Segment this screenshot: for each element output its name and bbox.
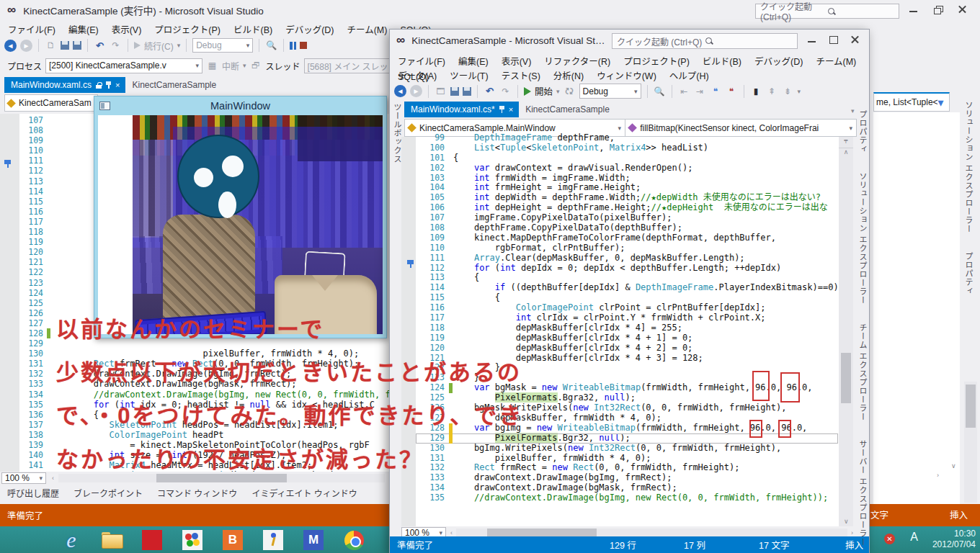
code-line[interactable]: 99 DepthImageFrame depthFrame,: [416, 133, 838, 143]
bookmark-icon[interactable]: ▮: [750, 85, 762, 97]
new-item-icon[interactable]: 🗔: [435, 85, 447, 97]
save-all-icon[interactable]: [463, 87, 471, 96]
code-line[interactable]: 118 depMaskBuffer[clrIdx * 4] = 255;: [416, 323, 838, 333]
code-line[interactable]: 133 drawContext.DrawImage(bgImg, frmRect…: [416, 473, 838, 483]
ime-mode-indicator[interactable]: A: [910, 531, 918, 544]
maps-icon[interactable]: [262, 529, 284, 551]
bg-debug-config-combo[interactable]: Debug▾: [192, 38, 253, 53]
code-line[interactable]: 111 Array.Clear(depMaskBuffer, 0, depMas…: [416, 253, 838, 264]
tab-kinectcamerasample[interactable]: KinectCameraSample: [519, 102, 615, 117]
start-debug-icon[interactable]: [524, 87, 531, 96]
code-line[interactable]: 114 if ((depthBuffer[depIdx] & DepthImag…: [416, 283, 838, 293]
indent-increase-icon[interactable]: ⇥: [694, 85, 706, 97]
picasa-icon[interactable]: [182, 529, 203, 551]
undo-icon[interactable]: ↶: [94, 40, 106, 52]
panel-tab[interactable]: コマンド ウィンドウ: [150, 484, 244, 502]
side-vtab[interactable]: ソリューション エクスプローラー: [857, 172, 868, 305]
code-line[interactable]: 107 imgFrame.CopyPixelDataTo(pixelBuffer…: [416, 213, 838, 223]
code-line[interactable]: 134 drawContext.DrawImage(bgMask, frmRec…: [416, 483, 838, 493]
code-line[interactable]: 138 ColorImagePoint headPt: [19, 430, 389, 440]
process-combo[interactable]: [2500] KinectCameraSample.v▾: [45, 58, 202, 73]
code-line[interactable]: 113 {: [416, 273, 838, 283]
fg-vscrollbar[interactable]: ⫧ ∧ ∨: [839, 137, 853, 526]
notification-error-icon[interactable]: ✕: [884, 534, 895, 544]
navigate-forward-icon[interactable]: ►: [20, 40, 32, 52]
break-icon[interactable]: ▦: [206, 60, 218, 72]
menu-item[interactable]: デバッグ(D): [748, 52, 809, 70]
bg-close-button[interactable]: [958, 6, 967, 13]
code-line[interactable]: 135 //drawContext.DrawImage(bgImg, new R…: [416, 493, 838, 503]
blogger-icon[interactable]: B: [222, 529, 244, 551]
bg-bookmark-pin-icon[interactable]: [4, 160, 12, 168]
undo-icon[interactable]: ↶: [484, 85, 496, 97]
pause-icon[interactable]: [290, 42, 296, 50]
side-vtab[interactable]: プロパティ: [857, 110, 868, 153]
fg-bookmark-pin-icon[interactable]: [407, 260, 415, 268]
code-line[interactable]: 102 var drawContext = drawVisual.RenderO…: [416, 163, 838, 174]
panel-tab[interactable]: ブレークポイント: [66, 484, 150, 502]
tab-kinectcamerasample[interactable]: KinectCameraSample: [125, 77, 222, 93]
code-line[interactable]: 108 depthFrame.CopyPixelDataTo(depthBuff…: [416, 223, 838, 233]
code-line[interactable]: 129 PixelFormats.Bgr32, null);: [416, 433, 838, 444]
next-bookmark-icon[interactable]: ⇟: [782, 85, 794, 97]
windows-red-tile-icon[interactable]: [141, 529, 163, 551]
stop-icon[interactable]: [300, 42, 307, 49]
code-line[interactable]: 101{: [416, 153, 838, 163]
bg-quick-launch-input[interactable]: クイック起動 (Ctrl+Q): [755, 4, 899, 19]
save-icon[interactable]: [450, 87, 459, 96]
side-vtab[interactable]: チーム エクスプローラー: [857, 323, 868, 421]
side-vtab[interactable]: ソリューション エクスプローラー: [963, 101, 974, 233]
comment-icon[interactable]: ❝: [710, 85, 722, 97]
fg-minimize-button[interactable]: [808, 36, 816, 43]
menu-item[interactable]: チーム(M): [341, 20, 394, 38]
code-line[interactable]: 110 rgbFormat, clrPntBuffer);: [416, 243, 838, 253]
fg-close-button[interactable]: [851, 36, 860, 43]
code-line[interactable]: 103 int frmWidth = imgFrame.Width;: [416, 174, 838, 184]
bg-minimize-button[interactable]: [909, 6, 918, 13]
chrome-icon[interactable]: [343, 529, 365, 551]
tab-mainwindow-xaml-cs[interactable]: MainWindow.xaml.cs ×: [4, 77, 125, 93]
tab-overflow-icon[interactable]: ▾: [851, 107, 855, 114]
code-line[interactable]: 131 pixelBuffer, frmWidth * 4, 0);: [416, 454, 838, 464]
fg-debug-config-combo[interactable]: Debug▾: [579, 84, 641, 99]
code-line[interactable]: 120 depMaskBuffer[clrIdx * 4 + 2] = 0;: [416, 343, 838, 354]
code-line[interactable]: 106 int depHeight = depthFrame.Height;//…: [416, 203, 838, 213]
search-icon[interactable]: [827, 7, 894, 16]
continue-button[interactable]: 続行(C): [144, 40, 174, 52]
continue-icon[interactable]: [134, 42, 141, 49]
indent-decrease-icon[interactable]: ⇤: [678, 85, 690, 97]
code-line[interactable]: 100 List<Tuple<SkeletonPoint, Matrix4>> …: [416, 143, 838, 153]
m-tile-icon[interactable]: M: [303, 529, 324, 551]
internet-explorer-icon[interactable]: e: [61, 529, 82, 551]
uncomment-icon[interactable]: ❝: [726, 85, 738, 97]
bg-restore-button[interactable]: [934, 6, 943, 13]
side-vtab[interactable]: サーバー エクスプローラー: [857, 440, 868, 547]
bg-navbar-class-combo[interactable]: KinectCameraSam: [4, 94, 98, 112]
pin-icon[interactable]: [106, 81, 111, 89]
navigate-forward-icon[interactable]: ►: [410, 85, 422, 97]
splitter-handle[interactable]: ⫧: [839, 137, 853, 148]
break-label[interactable]: 中断: [222, 60, 239, 72]
panel-tab[interactable]: 呼び出し履歴: [0, 484, 66, 502]
tab-mainwindow-xaml-cs-modified[interactable]: MainWindow.xaml.cs* ×: [404, 102, 519, 117]
code-line[interactable]: 116 ColorImagePoint clrPoint = clrPntBuf…: [416, 303, 838, 313]
redo-icon[interactable]: ↷: [499, 85, 512, 97]
new-item-icon[interactable]: 🗋: [45, 40, 57, 52]
code-line[interactable]: 109 kinect.MapDepthFrameToColorFrame(dep…: [416, 233, 838, 243]
start-button[interactable]: 開始: [535, 84, 553, 98]
code-line[interactable]: 119 depMaskBuffer[clrIdx * 4 + 1] = 0;: [416, 333, 838, 343]
code-line[interactable]: 117 int clrIdx = clrPoint.Y * frmWidth +…: [416, 313, 838, 323]
navigate-back-icon[interactable]: ◄: [4, 40, 17, 52]
menu-item[interactable]: チーム(M): [809, 52, 863, 70]
prev-bookmark-icon[interactable]: ⇞: [766, 85, 778, 97]
code-line[interactable]: 130 bgImg.WritePixels(new Int32Rect(0, 0…: [416, 444, 838, 454]
app-title-bar[interactable]: MainWindow: [94, 96, 386, 115]
fg-quick-launch-input[interactable]: クイック起動 (Ctrl+Q): [612, 33, 798, 49]
navigate-back-icon[interactable]: ◄: [394, 85, 406, 97]
bg-right-scrollbar[interactable]: [964, 382, 977, 503]
code-line[interactable]: 112 for (int depIdx = 0; depIdx < depthB…: [416, 264, 838, 274]
code-line[interactable]: 115 {: [416, 293, 838, 303]
bg-hscrollbar[interactable]: [156, 474, 287, 482]
file-explorer-icon[interactable]: [101, 529, 122, 551]
save-all-icon[interactable]: [73, 41, 81, 50]
